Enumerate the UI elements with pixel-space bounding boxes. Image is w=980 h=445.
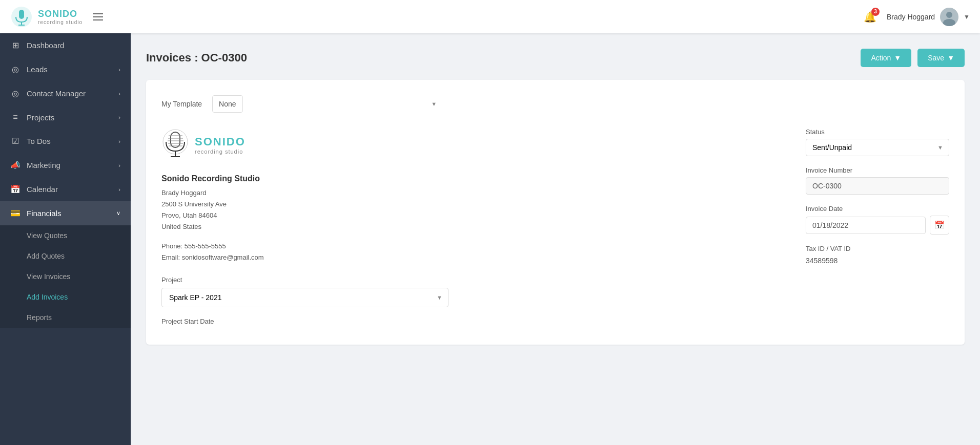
invoice-left: SONIDO recording studio Sonido Recording… — [161, 128, 790, 329]
svg-point-7 — [163, 130, 188, 154]
logo-icon — [10, 6, 33, 28]
calendar-icon: 📅 — [10, 184, 21, 194]
sidebar-item-label: Financials — [27, 209, 110, 218]
page-header: Invoices : OC-0300 Action ▼ Save ▼ — [146, 49, 965, 67]
template-row: My Template None — [161, 95, 949, 113]
grid-icon: ⊞ — [10, 40, 21, 50]
svg-rect-8 — [171, 132, 180, 147]
chevron-right-icon: › — [118, 162, 120, 168]
invoice-date-label: Invoice Date — [806, 205, 949, 213]
status-label: Status — [806, 128, 949, 136]
status-field-group: Status Sent/Unpaid Paid Draft Overdue — [806, 128, 949, 156]
sidebar-item-calendar[interactable]: 📅 Calendar › — [0, 177, 131, 201]
invoice-right: Status Sent/Unpaid Paid Draft Overdue — [806, 128, 949, 329]
project-label: Project — [161, 276, 790, 284]
calendar-button[interactable]: 📅 — [930, 216, 949, 235]
invoice-number-input[interactable] — [806, 177, 949, 195]
invoice-date-wrapper: 📅 — [806, 216, 949, 235]
hamburger-menu[interactable] — [93, 13, 103, 20]
financials-submenu: View Quotes Add Quotes View Invoices Add… — [0, 225, 131, 328]
projects-icon: ≡ — [10, 113, 21, 122]
project-start-label: Project Start Date — [161, 317, 790, 325]
action-button[interactable]: Action ▼ — [861, 49, 911, 67]
notification-button[interactable]: 🔔 3 — [864, 11, 876, 23]
sidebar-item-label: Projects — [27, 113, 112, 122]
company-contact: Phone: 555-555-5555 Email: sonidosoftwar… — [161, 241, 790, 263]
status-select[interactable]: Sent/Unpaid Paid Draft Overdue — [806, 139, 949, 156]
sidebar-item-leads[interactable]: ◎ Leads › — [0, 57, 131, 81]
main-layout: ⊞ Dashboard ◎ Leads › ◎ Contact Manager … — [0, 33, 980, 445]
logo: SONIDO recording studio — [10, 6, 83, 28]
chevron-right-icon: › — [118, 138, 120, 144]
invoice-number-field-group: Invoice Number — [806, 166, 949, 195]
sidebar-item-label: Leads — [27, 65, 112, 74]
company-name: Sonido Recording Studio — [161, 172, 790, 185]
sidebar-item-contact-manager[interactable]: ◎ Contact Manager › — [0, 81, 131, 105]
company-country: United States — [161, 221, 790, 232]
tax-id-label: Tax ID / VAT ID — [806, 245, 949, 252]
main-content: Invoices : OC-0300 Action ▼ Save ▼ My Te… — [131, 33, 980, 445]
sidebar-item-label: To Dos — [27, 137, 112, 145]
sidebar-item-label: Dashboard — [27, 41, 120, 50]
contact-icon: ◎ — [10, 89, 21, 98]
company-logo-icon — [161, 128, 190, 161]
chevron-right-icon: › — [118, 91, 120, 97]
sidebar-item-marketing[interactable]: 📣 Marketing › — [0, 153, 131, 177]
company-logo-text: SONIDO recording studio — [195, 135, 246, 155]
invoice-card: My Template None — [146, 80, 965, 345]
sidebar-item-view-invoices[interactable]: View Invoices — [0, 266, 131, 287]
financials-icon: 💳 — [10, 208, 21, 218]
sidebar-item-todos[interactable]: ☑ To Dos › — [0, 129, 131, 153]
sidebar-item-financials[interactable]: 💳 Financials ∨ — [0, 201, 131, 225]
chevron-down-icon: ▼ — [947, 54, 954, 62]
user-menu[interactable]: Brady Hoggard ▼ — [887, 8, 970, 26]
sidebar-item-label: Calendar — [27, 185, 112, 194]
save-label: Save — [928, 54, 944, 62]
avatar — [940, 8, 958, 26]
chevron-down-icon: ▼ — [964, 13, 970, 20]
sidebar-item-view-quotes[interactable]: View Quotes — [0, 225, 131, 246]
template-label: My Template — [161, 100, 202, 108]
invoice-number-label: Invoice Number — [806, 166, 949, 174]
chevron-right-icon: › — [118, 186, 120, 193]
company-address1: 2500 S University Ave — [161, 199, 790, 210]
sidebar-item-reports[interactable]: Reports — [0, 307, 131, 328]
sidebar-item-projects[interactable]: ≡ Projects › — [0, 105, 131, 129]
header-right: 🔔 3 Brady Hoggard ▼ — [864, 8, 970, 26]
template-select[interactable]: None — [212, 95, 243, 113]
chevron-right-icon: › — [118, 114, 120, 120]
user-name: Brady Hoggard — [887, 13, 935, 21]
chevron-down-icon: ▼ — [894, 54, 901, 62]
company-address2: Provo, Utah 84604 — [161, 210, 790, 221]
sidebar-item-add-quotes[interactable]: Add Quotes — [0, 246, 131, 266]
svg-rect-1 — [19, 10, 24, 19]
notification-badge: 3 — [871, 8, 880, 16]
sonido-sub: recording studio — [195, 149, 246, 155]
project-select[interactable]: Spark EP - 2021 — [161, 288, 448, 307]
marketing-icon: 📣 — [10, 160, 21, 170]
company-email: Email: sonidosoftware@gmail.com — [161, 252, 790, 263]
chevron-down-icon: ∨ — [116, 210, 120, 217]
tax-id-value: 34589598 — [806, 256, 949, 266]
template-select-wrapper: None — [212, 95, 443, 113]
company-info: Sonido Recording Studio Brady Hoggard 25… — [161, 172, 790, 233]
brand-sub: recording studio — [38, 19, 83, 25]
page-title: Invoices : OC-0300 — [146, 51, 247, 65]
save-button[interactable]: Save ▼ — [917, 49, 965, 67]
project-select-wrapper: Spark EP - 2021 — [161, 288, 448, 307]
invoice-date-input[interactable] — [806, 217, 926, 234]
sidebar-item-dashboard[interactable]: ⊞ Dashboard — [0, 33, 131, 57]
sidebar-item-add-invoices[interactable]: Add Invoices — [0, 287, 131, 307]
sidebar-item-label: Contact Manager — [27, 89, 112, 98]
sonido-brand: SONIDO — [195, 135, 246, 149]
todo-icon: ☑ — [10, 136, 21, 146]
tax-id-field-group: Tax ID / VAT ID 34589598 — [806, 245, 949, 266]
sidebar: ⊞ Dashboard ◎ Leads › ◎ Contact Manager … — [0, 33, 131, 445]
chevron-right-icon: › — [118, 67, 120, 73]
svg-point-5 — [946, 12, 952, 18]
action-label: Action — [871, 54, 891, 62]
top-header: SONIDO recording studio 🔔 3 Brady Hoggar… — [0, 0, 980, 33]
invoice-body: SONIDO recording studio Sonido Recording… — [161, 128, 949, 329]
sidebar-item-label: Marketing — [27, 161, 112, 169]
brand-name: SONIDO — [38, 9, 83, 19]
